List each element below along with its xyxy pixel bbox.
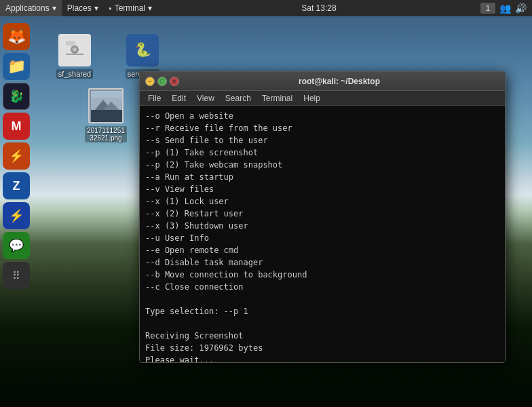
- close-button[interactable]: ✕: [170, 77, 179, 86]
- menu-help[interactable]: Help: [298, 91, 326, 106]
- terminal-label: Terminal: [115, 3, 145, 13]
- menu-edit[interactable]: Edit: [166, 91, 191, 106]
- menu-file[interactable]: File: [142, 91, 166, 106]
- menu-search[interactable]: Search: [220, 91, 256, 106]
- screenshot-label: 201711125132621.png: [85, 126, 127, 142]
- server-py-icon: 🐍: [126, 34, 159, 66]
- sidebar-icon-apps[interactable]: ⠿: [3, 262, 30, 289]
- svg-point-4: [73, 47, 77, 52]
- sidebar: 🦊 📁 🐉 M ⚡ Z ⚡ 💬 ⠿: [0, 20, 33, 292]
- svg-text:🐍: 🐍: [134, 41, 151, 58]
- network-icon: 👥: [499, 3, 511, 14]
- terminal-menu[interactable]: ▪ Terminal ▾: [104, 0, 157, 16]
- svg-rect-9: [91, 110, 124, 123]
- places-label: Places: [67, 3, 92, 13]
- applications-arrow: ▾: [52, 3, 56, 13]
- desktop-icon-screenshot[interactable]: 201711125132621.png: [81, 88, 130, 142]
- terminal-arrow: ▾: [148, 3, 152, 13]
- screenshot-thumb: [88, 88, 124, 123]
- taskbar-right: 1 👥 🔊: [480, 3, 532, 14]
- maximize-button[interactable]: □: [157, 77, 167, 86]
- desktop-icon-sf-shared[interactable]: sf_shared: [48, 34, 102, 79]
- terminal-content[interactable]: --o Open a website --r Receive file from…: [140, 106, 505, 362]
- desktop: Applications ▾ Places ▾ ▪ Terminal ▾ Sat…: [0, 0, 532, 407]
- sidebar-icon-metasploit[interactable]: ⚡: [3, 202, 30, 229]
- taskbar-left: Applications ▾ Places ▾ ▪ Terminal ▾: [0, 0, 157, 16]
- svg-rect-1: [66, 41, 75, 45]
- svg-rect-2: [66, 54, 83, 55]
- sidebar-icon-files[interactable]: 📁: [3, 53, 30, 80]
- menu-terminal[interactable]: Terminal: [256, 91, 298, 106]
- sidebar-icon-burp[interactable]: ⚡: [3, 142, 30, 170]
- applications-menu[interactable]: Applications ▾: [0, 0, 62, 16]
- sidebar-icon-zaproxy[interactable]: Z: [3, 172, 30, 199]
- taskbar: Applications ▾ Places ▾ ▪ Terminal ▾ Sat…: [0, 0, 532, 16]
- clock: Sat 13:28: [301, 3, 336, 13]
- menu-view[interactable]: View: [191, 91, 220, 106]
- terminal-titlebar: – □ ✕ root@kali: ~/Desktop: [140, 72, 505, 91]
- volume-icon: 🔊: [515, 3, 527, 14]
- applications-label: Applications: [5, 3, 50, 13]
- minimize-button[interactable]: –: [145, 77, 155, 86]
- terminal-window: – □ ✕ root@kali: ~/Desktop File Edit Vie…: [139, 71, 506, 363]
- sidebar-icon-firefox[interactable]: 🦊: [3, 23, 30, 50]
- workspace-indicator[interactable]: 1: [480, 3, 495, 14]
- terminal-menubar: File Edit View Search Terminal Help: [140, 91, 505, 106]
- sidebar-icon-maltego[interactable]: M: [3, 113, 30, 140]
- places-arrow: ▾: [94, 3, 98, 13]
- terminal-text: --o Open a website --r Receive file from…: [145, 110, 499, 362]
- sf-shared-label: sf_shared: [56, 69, 93, 79]
- sf-shared-icon: [58, 34, 91, 66]
- places-menu[interactable]: Places ▾: [62, 0, 104, 16]
- taskbar-center: Sat 13:28: [157, 3, 480, 13]
- terminal-title: root@kali: ~/Desktop: [179, 77, 499, 86]
- svg-rect-12: [91, 91, 124, 98]
- window-buttons: – □ ✕: [145, 77, 179, 86]
- sidebar-icon-chat[interactable]: 💬: [3, 232, 30, 259]
- sidebar-icon-kali[interactable]: 🐉: [3, 83, 30, 110]
- terminal-icon-small: ▪: [109, 4, 112, 12]
